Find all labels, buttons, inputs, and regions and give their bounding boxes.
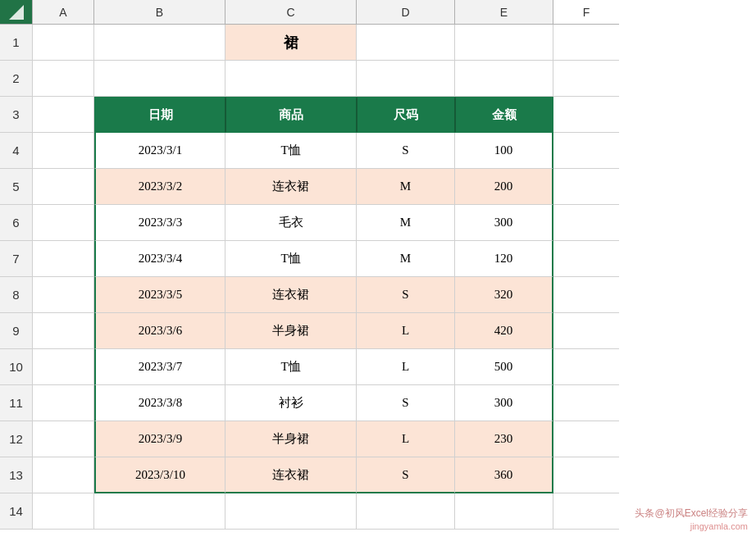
row-num-4: 4 [0,133,33,169]
cell-11-e: 300 [455,385,553,421]
cell-3-d: 尺码 [357,97,455,133]
cell-13-b: 2023/3/10 [94,457,225,493]
cell-11-f [553,385,619,421]
cell-5-b: 2023/3/2 [94,169,225,205]
cell-4-a [33,133,94,169]
cell-7-e: 120 [455,241,553,277]
cell-1-e [455,25,553,61]
table-row: 13 2023/3/10 连衣裙 S 360 [0,457,756,493]
col-header-d: D [357,0,455,25]
table-row: 9 2023/3/6 半身裙 L 420 [0,313,756,349]
cell-12-b: 2023/3/9 [94,421,225,457]
cell-8-a [33,277,94,313]
cell-5-a [33,169,94,205]
table-row: 1 裙 [0,25,756,61]
cell-5-e: 200 [455,169,553,205]
row-num-12: 12 [0,421,33,457]
watermark-line1: 头条@初风Excel经验分享 [635,507,748,521]
cell-9-f [553,313,619,349]
cell-5-d: M [357,169,455,205]
cell-13-c: 连衣裙 [225,457,357,493]
cell-1-a [33,25,94,61]
cell-4-b: 2023/3/1 [94,133,225,169]
row-num-1: 1 [0,25,33,61]
cell-5-c: 连衣裙 [225,169,357,205]
cell-1-c: 裙 [225,25,357,61]
table-row: 2 [0,61,756,97]
row-num-7: 7 [0,241,33,277]
cell-9-a [33,313,94,349]
cell-6-c: 毛衣 [225,205,357,241]
cell-7-c: T恤 [225,241,357,277]
cell-12-f [553,421,619,457]
column-headers: A B C D E F [0,0,756,25]
cell-14-f [553,493,619,530]
cell-2-d [357,61,455,97]
table-row: 8 2023/3/5 连衣裙 S 320 [0,277,756,313]
row-num-14: 14 [0,493,33,530]
cell-9-d: L [357,313,455,349]
table-row: 4 2023/3/1 T恤 S 100 [0,133,756,169]
row-num-2: 2 [0,61,33,97]
cell-2-f [553,61,619,97]
table-row: 6 2023/3/3 毛衣 M 300 [0,205,756,241]
cell-3-c: 商品 [225,97,357,133]
table-row: 7 2023/3/4 T恤 M 120 [0,241,756,277]
table-row: 3 日期 商品 尺码 金额 [0,97,756,133]
row-num-13: 13 [0,457,33,493]
cell-10-f [553,349,619,385]
cell-8-f [553,277,619,313]
cell-4-c: T恤 [225,133,357,169]
cell-11-d: S [357,385,455,421]
spreadsheet: A B C D E F 1 裙 2 3 [0,0,756,541]
cell-10-b: 2023/3/7 [94,349,225,385]
cell-12-e: 230 [455,421,553,457]
cell-2-c [225,61,357,97]
cell-10-a [33,349,94,385]
cell-8-b: 2023/3/5 [94,277,225,313]
cell-14-d [357,493,455,530]
corner-cell [0,0,33,25]
cell-5-f [553,169,619,205]
cell-13-d: S [357,457,455,493]
col-header-f: F [553,0,619,25]
cell-12-c: 半身裙 [225,421,357,457]
cell-12-a [33,421,94,457]
cell-4-d: S [357,133,455,169]
cell-6-b: 2023/3/3 [94,205,225,241]
watermark-line2: jingyamla.com [635,521,748,533]
col-header-c: C [225,0,357,25]
row-num-10: 10 [0,349,33,385]
table-row: 12 2023/3/9 半身裙 L 230 [0,421,756,457]
cell-7-f [553,241,619,277]
corner-triangle [9,5,24,20]
cell-8-c: 连衣裙 [225,277,357,313]
row-num-6: 6 [0,205,33,241]
cell-13-f [553,457,619,493]
rows-container: 1 裙 2 3 日期 商品 尺码 金额 [0,25,756,530]
cell-14-a [33,493,94,530]
cell-3-e: 金额 [455,97,553,133]
cell-14-b [94,493,225,530]
cell-12-d: L [357,421,455,457]
cell-9-b: 2023/3/6 [94,313,225,349]
row-num-3: 3 [0,97,33,133]
cell-8-d: S [357,277,455,313]
cell-11-a [33,385,94,421]
cell-10-c: T恤 [225,349,357,385]
table-row: 5 2023/3/2 连衣裙 M 200 [0,169,756,205]
cell-8-e: 320 [455,277,553,313]
cell-13-a [33,457,94,493]
cell-9-c: 半身裙 [225,313,357,349]
row-num-8: 8 [0,277,33,313]
table-row: 10 2023/3/7 T恤 L 500 [0,349,756,385]
cell-1-b [94,25,225,61]
cell-6-e: 300 [455,205,553,241]
cell-1-f [553,25,619,61]
row-num-5: 5 [0,169,33,205]
cell-4-e: 100 [455,133,553,169]
cell-9-e: 420 [455,313,553,349]
cell-2-b [94,61,225,97]
cell-10-e: 500 [455,349,553,385]
cell-2-e [455,61,553,97]
